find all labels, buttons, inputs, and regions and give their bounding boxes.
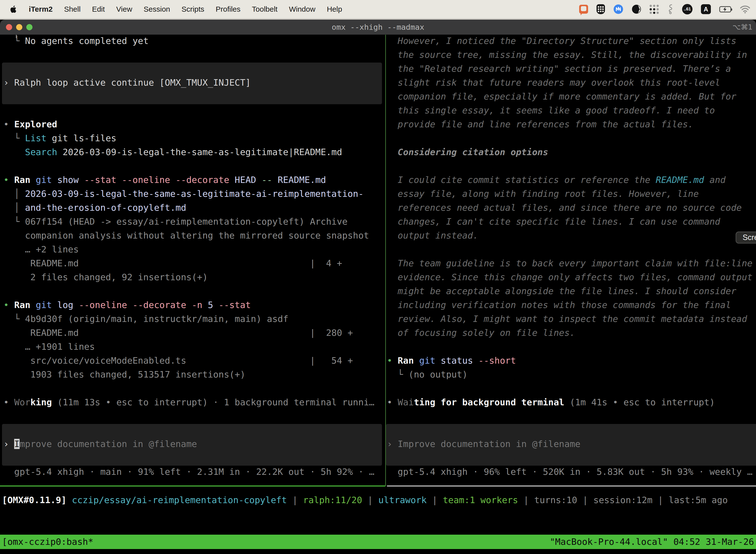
agents-status-line: └ No agents completed yet: [3, 34, 148, 48]
menu-session[interactable]: Session: [144, 5, 170, 13]
inactive-pane-border: [387, 486, 756, 487]
command-output: └ (no output): [387, 368, 467, 382]
menu-shell[interactable]: Shell: [64, 5, 81, 13]
moon-circle-icon[interactable]: [632, 4, 641, 14]
overlay-label: Scre: [743, 233, 756, 242]
session-stats-left: gpt-5.4 xhigh · main · 91% left · 2.31M …: [3, 465, 375, 479]
command-output: └ 4b9d30f (origin/main, instructkr/main,…: [3, 312, 289, 326]
terminal-grid: └ No agents completed yet› Ralph loop ac…: [0, 34, 756, 506]
tmux-status-bar: [omx-cczip0:bash* "MacBook-Pro-44.local"…: [0, 535, 756, 549]
reasoning-text: the source tree, missing the essay. Stil…: [387, 48, 747, 62]
reasoning-text: The team guideline is to back every impo…: [387, 257, 753, 270]
reasoning-text: output instead.: [387, 229, 478, 242]
lightning-circle-icon[interactable]: [613, 4, 623, 14]
reasoning-text: might be acceptable alongside the file l…: [387, 284, 737, 298]
tmux-host-clock: "MacBook-Pro-44.local" 04:52 31-Mar-26: [550, 535, 754, 549]
explored-search-line: Search 2026-03-09-is-legal-the-same-as-l…: [3, 145, 342, 159]
reasoning-text: companion file, especially if more comme…: [387, 90, 737, 104]
reasoning-text: review. Also, I might want to inspect th…: [387, 312, 747, 326]
reasoning-text: changes, I can't cite specific file line…: [387, 215, 720, 229]
session-stats-right: gpt-5.4 xhigh · 96% left · 520K in · 5.8…: [387, 465, 753, 479]
menu-edit[interactable]: Edit: [92, 5, 105, 13]
menu-scripts[interactable]: Scripts: [182, 5, 204, 13]
window-title: omx --xhigh --madmax: [0, 19, 756, 35]
window-title-bar[interactable]: omx --xhigh --madmax ⌥⌘1: [0, 19, 756, 35]
ran-git-log-command: • Ran git log --oneline --decorate -n 5 …: [3, 298, 251, 312]
working-status-line: • Working (11m 13s • esc to interrupt) ·…: [3, 395, 375, 409]
tmux-session-label[interactable]: [omx-cczip0:bash*: [2, 535, 93, 549]
squiggle-icon[interactable]: [667, 4, 674, 14]
input-source-label: A: [704, 6, 708, 13]
reasoning-text: including verification notes with those …: [387, 298, 731, 312]
badge-61-label: ..61: [684, 7, 691, 12]
window-shortcut-badge: ⌥⌘1: [733, 19, 753, 35]
screen-share-overlay-chip: Scre: [736, 232, 756, 243]
reasoning-heading: Considering citation options: [387, 145, 548, 159]
chat-icon[interactable]: [579, 5, 588, 14]
reasoning-text: the "Related research writing" section i…: [387, 62, 731, 76]
input-source-icon[interactable]: A: [701, 4, 711, 14]
menu-bar-menus: iTerm2ShellEditViewSessionScriptsProfile…: [0, 5, 342, 14]
menu-window[interactable]: Window: [289, 5, 315, 13]
screen: { "menu_bar": { "items": ["iTerm2", "She…: [0, 0, 756, 554]
menu-toolbelt[interactable]: Toolbelt: [252, 5, 277, 13]
terminal-viewport[interactable]: └ No agents completed yet› Ralph loop ac…: [0, 35, 756, 554]
command-output: companion analysis without altering the …: [3, 229, 369, 242]
waiting-status-line: • Waiting for background terminal (1m 41…: [387, 395, 715, 409]
command-output: 2 files changed, 92 insertions(+): [3, 270, 208, 284]
prompt-input-right: › Improve documentation in @filename: [387, 437, 580, 451]
shield-keypad-icon[interactable]: [596, 4, 605, 14]
menu-bar-status-icons: ..61 A: [579, 4, 756, 14]
command-output: src/voice/voiceModeEnabled.ts | 54 +: [3, 354, 353, 368]
omx-status-line: [OMX#0.11.9] cczip/essay/ai-reimplementa…: [2, 493, 728, 507]
explored-header: • Explored: [3, 117, 57, 131]
apple-menu-icon[interactable]: [10, 5, 17, 14]
menu-iterm2[interactable]: iTerm2: [29, 5, 53, 13]
reasoning-text: this single essay, it seems like a good …: [387, 104, 715, 117]
inject-banner-line: › Ralph loop active continue [OMX_TMUX_I…: [3, 76, 251, 90]
active-pane-border: [0, 486, 385, 487]
ran-git-show-command: • Ran git show --stat --oneline --decora…: [3, 173, 326, 187]
command-output: README.md | 4 +: [3, 257, 342, 270]
command-output: └ 067f154 (HEAD -> essay/ai-reimplementa…: [3, 215, 348, 229]
pane-divider[interactable]: [385, 35, 386, 486]
dots-grid-icon[interactable]: [649, 5, 659, 14]
reasoning-text: essay file, along with finding root file…: [387, 187, 699, 201]
menu-view[interactable]: View: [116, 5, 132, 13]
menu-profiles[interactable]: Profiles: [215, 5, 240, 13]
command-output: 1903 files changed, 513517 insertions(+): [3, 368, 245, 382]
reasoning-text: references need actual files, and since …: [387, 201, 742, 215]
reasoning-text: I could cite commit statistics or refere…: [387, 173, 726, 187]
ran-git-status-command: • Ran git status --short: [387, 354, 516, 368]
prompt-input-left: › Improve documentation in @filename: [3, 437, 197, 451]
reasoning-text: slight risk that future readers may over…: [387, 76, 720, 90]
command-output: README.md | 280 +: [3, 326, 353, 340]
reasoning-text: of focusing solely on file lines.: [387, 326, 575, 340]
reasoning-text: provide file and line references from th…: [387, 117, 693, 131]
reasoning-text: evidence. Since this change only affects…: [387, 270, 753, 284]
reasoning-text: However, I noticed the "Directory Struct…: [387, 34, 737, 48]
battery-icon[interactable]: [719, 6, 731, 12]
command-arg-wrap: │ 2026-03-09-is-legal-the-same-as-legiti…: [3, 187, 364, 201]
menu-help[interactable]: Help: [327, 5, 342, 13]
menu-item-list: iTerm2ShellEditViewSessionScriptsProfile…: [29, 5, 342, 13]
wifi-icon[interactable]: [740, 5, 751, 13]
badge-61-icon[interactable]: ..61: [682, 4, 693, 14]
command-arg-wrap: │ and-the-erosion-of-copyleft.md: [3, 201, 186, 215]
explored-list-line: └ List git ls-files: [3, 131, 116, 145]
command-output: … +2 lines: [3, 242, 79, 257]
macos-menu-bar: iTerm2ShellEditViewSessionScriptsProfile…: [0, 0, 756, 18]
command-output: … +1901 lines: [3, 340, 95, 354]
